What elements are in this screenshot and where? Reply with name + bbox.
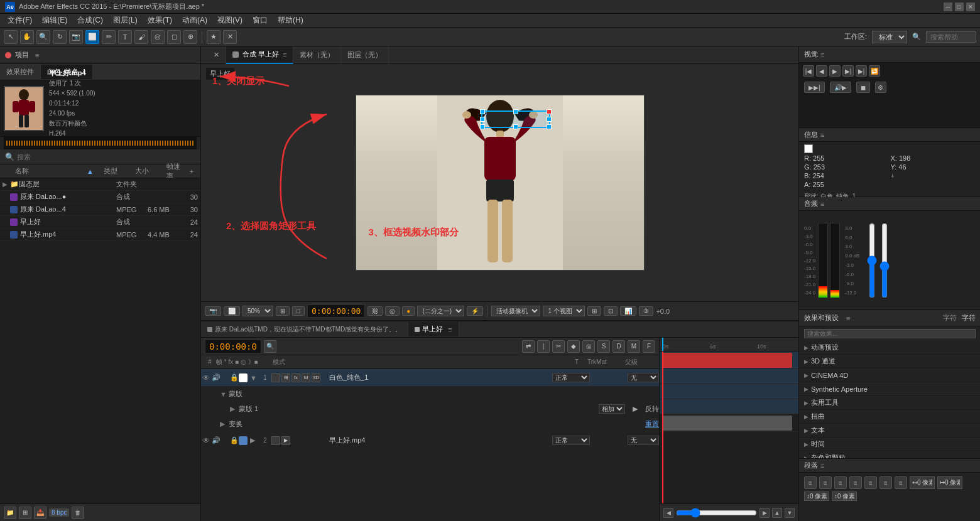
handle-bm[interactable] xyxy=(513,124,518,129)
tl-tab-zaoshang[interactable]: 早上好 ≡ xyxy=(408,322,459,336)
timecode-input[interactable] xyxy=(205,340,261,353)
tl-zoom-slider[interactable] xyxy=(676,508,757,518)
handle-tm[interactable] xyxy=(513,109,518,114)
track-clip-2[interactable] xyxy=(662,416,792,431)
switch-shy[interactable] xyxy=(271,373,280,382)
chain-btn[interactable]: ⛓ xyxy=(368,306,383,316)
effect-cat-4[interactable]: ▶ 实用工具 xyxy=(799,396,980,410)
help-search-input[interactable] xyxy=(926,31,976,43)
delete-btn[interactable]: 🗑 xyxy=(72,507,84,519)
layer-lock-icon[interactable]: 🔒 xyxy=(230,436,239,444)
effect-cat-2[interactable]: ▶ CINEMA 4D xyxy=(799,368,980,382)
tool-text[interactable]: T xyxy=(118,30,132,44)
menu-composition[interactable]: 合成(C) xyxy=(72,14,108,27)
handle-tl[interactable] xyxy=(480,109,485,114)
selection-rect[interactable] xyxy=(481,110,550,128)
justify-right-btn[interactable]: ≡ xyxy=(879,476,892,489)
align-left-btn[interactable]: ≡ xyxy=(804,476,817,489)
tl-scroll-down[interactable]: ▼ xyxy=(785,508,795,518)
ram-preview-btn[interactable]: ▶▶| xyxy=(804,82,825,93)
handle-ml[interactable] xyxy=(480,117,485,122)
sub-expand-icon[interactable]: ▶ xyxy=(220,420,229,428)
audio-slider-left[interactable] xyxy=(867,223,877,298)
video-preview-btn[interactable]: ◼ xyxy=(856,82,870,93)
tab-effect-controls[interactable]: 效果控件 xyxy=(0,65,41,79)
menu-effect[interactable]: 效果(T) xyxy=(143,14,177,27)
align-center-btn[interactable]: ≡ xyxy=(819,476,832,489)
tool-close-panel[interactable]: ✕ xyxy=(223,30,237,44)
col-header-size[interactable]: 大小 xyxy=(135,166,166,176)
views-select[interactable]: 1 个视图 xyxy=(543,306,585,316)
tool-hand[interactable]: ✋ xyxy=(20,30,34,44)
handle-bl[interactable] xyxy=(480,124,485,129)
tool-brush[interactable]: 🖌 xyxy=(134,30,148,44)
quality-select[interactable]: (二分之一) xyxy=(417,306,464,316)
track-row-1[interactable] xyxy=(660,352,798,369)
list-item[interactable]: 早上好.mp4 MPEG 4.4 MB 24 xyxy=(0,228,200,241)
tl-search-btn[interactable]: 🔍 xyxy=(264,340,276,353)
minimize-button[interactable]: ─ xyxy=(944,3,952,11)
tool-clone[interactable]: ◎ xyxy=(151,30,165,44)
layer-audio-icon[interactable]: 🔊 xyxy=(211,373,221,383)
col-header-name[interactable]: 名称 xyxy=(3,166,87,176)
space-before-input[interactable] xyxy=(804,491,829,501)
layer-mode-select[interactable]: 正常 xyxy=(552,373,590,382)
menu-window[interactable]: 窗口 xyxy=(248,14,273,27)
justify-center-btn[interactable]: ≡ xyxy=(864,476,877,489)
sub-expand-icon[interactable]: ▼ xyxy=(220,390,229,398)
mask-expand-icon[interactable]: ▶ xyxy=(629,405,641,413)
tool-select[interactable]: ↖ xyxy=(4,30,18,44)
switch-shy[interactable] xyxy=(271,436,280,445)
audio-slider-right[interactable] xyxy=(879,223,890,298)
menu-file[interactable]: 文件(F) xyxy=(3,14,37,27)
effect-cat-1[interactable]: ▶ 3D 通道 xyxy=(799,355,980,368)
import-btn[interactable]: 📥 xyxy=(34,507,46,519)
prev-play-btn[interactable]: ▶ xyxy=(829,65,841,77)
tl-keyframe-btn[interactable]: ◆ xyxy=(567,340,580,353)
list-item[interactable]: 早上好 合成 24 xyxy=(0,216,200,228)
switch-fx[interactable]: fx xyxy=(291,373,300,382)
effect-cat-0[interactable]: ▶ 动画预设 xyxy=(799,341,980,355)
list-item[interactable]: 原来 DaLao...4 MPEG 6.6 MB 30 xyxy=(0,203,200,216)
switch-cont[interactable]: ⊞ xyxy=(281,373,290,382)
comp-tab-2[interactable]: 图层（无） xyxy=(341,46,389,64)
track-clip-1[interactable] xyxy=(662,353,792,368)
tool-eraser[interactable]: ◻ xyxy=(167,30,181,44)
tool-pen[interactable]: ✏ xyxy=(102,30,116,44)
tool-rotate[interactable]: ↻ xyxy=(53,30,67,44)
indent-left-input[interactable] xyxy=(910,476,935,489)
new-comp-btn[interactable]: ⊞ xyxy=(19,507,31,519)
camera-select[interactable]: 活动摄像机 xyxy=(491,306,540,316)
tool-star[interactable]: ★ xyxy=(207,30,220,44)
effect-cat-6[interactable]: ▶ 文本 xyxy=(799,424,980,438)
close-button[interactable]: ✕ xyxy=(966,3,975,11)
layer-expand-icon[interactable]: ▶ xyxy=(250,436,259,444)
indent-right-input[interactable] xyxy=(937,476,962,489)
handle-br[interactable] xyxy=(547,124,552,129)
3d-btn[interactable]: ③ xyxy=(639,306,653,316)
fit-btn[interactable]: ⊞ xyxy=(276,306,290,316)
tl-menu-icon[interactable]: ≡ xyxy=(448,326,452,333)
col-header-fps[interactable]: 帧速率 xyxy=(166,162,185,181)
tool-zoom[interactable]: 🔍 xyxy=(36,30,50,44)
color-btn[interactable]: ● xyxy=(402,306,415,316)
layer-audio-icon[interactable]: 🔊 xyxy=(211,436,221,446)
layer-visibility-icon[interactable]: 👁 xyxy=(201,373,211,383)
effect-cat-8[interactable]: ▶ 杂色和颗粒 xyxy=(799,451,980,458)
effects-search-input[interactable] xyxy=(804,329,976,338)
col-add-icon[interactable]: + xyxy=(185,168,198,175)
effect-cat-3[interactable]: ▶ Synthetic Aperture xyxy=(799,382,980,396)
tl-scroll-left[interactable]: ◀ xyxy=(663,508,673,518)
tl-trim-btn[interactable]: ✂ xyxy=(552,340,565,353)
handle-mr[interactable] xyxy=(547,117,552,122)
toggle-trans-btn[interactable]: ⬜ xyxy=(224,306,240,316)
tl-scroll-up[interactable]: ▲ xyxy=(772,508,782,518)
prev-first-btn[interactable]: |◀ xyxy=(803,65,814,77)
prev-forward-btn[interactable]: ▶| xyxy=(842,65,854,77)
fast-preview-btn[interactable]: ⚡ xyxy=(467,306,483,316)
motion-blur-btn[interactable]: ◎ xyxy=(385,306,400,316)
prev-loop-btn[interactable]: 🔁 xyxy=(869,65,880,77)
expand-icon[interactable]: ▶ xyxy=(3,181,10,188)
reset-link[interactable]: 重置 xyxy=(645,419,659,429)
tab-menu-icon[interactable]: ≡ xyxy=(283,51,286,58)
